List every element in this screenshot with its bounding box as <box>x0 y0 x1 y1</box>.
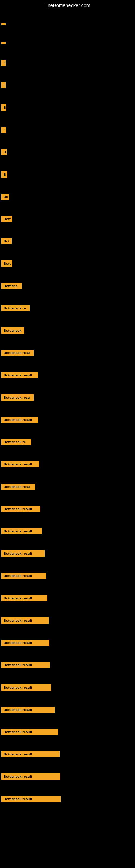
bottleneck-label: Bottleneck result <box>1 707 54 713</box>
bottleneck-label: B <box>1 149 7 155</box>
list-item: B <box>0 149 135 155</box>
bottleneck-label: B <box>1 104 6 111</box>
bottleneck-label: Bottleneck result <box>1 640 49 646</box>
list-item: Bottleneck result <box>0 662 135 668</box>
bottleneck-label: Bottleneck result <box>1 595 47 601</box>
list-item <box>0 23 135 26</box>
bottleneck-label: Bottleneck resu <box>1 350 34 356</box>
bottleneck-label: Bottleneck result <box>1 416 38 423</box>
items-container: FIBFBBBoBottBotBottBottleneBottleneck re… <box>0 10 135 805</box>
bottleneck-label: Bottleneck result <box>1 617 49 624</box>
bottleneck-label: Bottleneck result <box>1 751 60 757</box>
bottleneck-label: Bottleneck result <box>1 773 60 780</box>
list-item: Bottleneck <box>0 328 135 334</box>
list-item: Bo <box>0 194 135 200</box>
list-item: F <box>0 60 135 66</box>
bottleneck-label: F <box>1 60 6 66</box>
bottleneck-label: Bottleneck result <box>1 796 61 802</box>
bottleneck-label: Bottleneck resu <box>1 394 34 401</box>
list-item: Bottleneck result <box>0 617 135 624</box>
list-item: Bottleneck result <box>0 751 135 757</box>
bottleneck-label: Bottlene <box>1 283 21 289</box>
list-item: Bottleneck result <box>0 773 135 780</box>
bottleneck-label: Bottleneck result <box>1 550 45 557</box>
bottleneck-label: Bottleneck re <box>1 305 30 311</box>
list-item: Bottleneck result <box>0 550 135 557</box>
bottleneck-label: Bottleneck result <box>1 684 51 691</box>
bottleneck-label: B <box>1 172 7 178</box>
bottleneck-label: Bottleneck resu <box>1 484 35 490</box>
bottleneck-label <box>1 23 6 26</box>
list-item: Bottleneck result <box>0 461 135 467</box>
bottleneck-label: Bottleneck result <box>1 506 41 512</box>
list-item: Bottleneck result <box>0 506 135 512</box>
bottleneck-label: F <box>1 127 6 133</box>
list-item: Bottleneck result <box>0 572 135 579</box>
bottleneck-label: Bottleneck result <box>1 461 39 467</box>
bottleneck-label: Bottleneck result <box>1 729 58 735</box>
bottleneck-label: I <box>1 82 6 88</box>
list-item: B <box>0 172 135 178</box>
list-item: Bottleneck result <box>0 796 135 802</box>
list-item: Bottleneck result <box>0 707 135 713</box>
list-item: Bottleneck result <box>0 372 135 378</box>
list-item <box>0 41 135 44</box>
bottleneck-label: Bo <box>1 194 9 200</box>
bottleneck-label <box>1 41 6 44</box>
list-item: Bottlene <box>0 283 135 289</box>
bottleneck-label: Bottleneck result <box>1 572 46 579</box>
list-item: Bottleneck result <box>0 640 135 646</box>
list-item: Bottleneck resu <box>0 484 135 490</box>
bottleneck-label: Bottleneck re <box>1 439 31 445</box>
list-item: Bot <box>0 238 135 244</box>
list-item: Bottleneck resu <box>0 394 135 401</box>
list-item: Bottleneck result <box>0 729 135 735</box>
bottleneck-label: Bottleneck result <box>1 372 38 378</box>
list-item: Bottleneck re <box>0 305 135 311</box>
list-item: Bottleneck result <box>0 416 135 423</box>
list-item: Bottleneck result <box>0 684 135 691</box>
list-item: B <box>0 104 135 111</box>
list-item: Bott <box>0 216 135 222</box>
list-item: I <box>0 82 135 88</box>
list-item: Bottleneck resu <box>0 350 135 356</box>
list-item: Bott <box>0 260 135 267</box>
list-item: Bottleneck result <box>0 595 135 601</box>
site-title: TheBottlenecker.com <box>0 0 135 10</box>
bottleneck-label: Bottleneck result <box>1 662 50 668</box>
bottleneck-label: Bottleneck <box>1 328 24 334</box>
bottleneck-label: Bot <box>1 238 12 244</box>
bottleneck-label: Bottleneck result <box>1 528 42 534</box>
bottleneck-label: Bott <box>1 260 12 267</box>
list-item: Bottleneck re <box>0 439 135 445</box>
list-item: Bottleneck result <box>0 528 135 534</box>
bottleneck-label: Bott <box>1 216 12 222</box>
list-item: F <box>0 127 135 133</box>
